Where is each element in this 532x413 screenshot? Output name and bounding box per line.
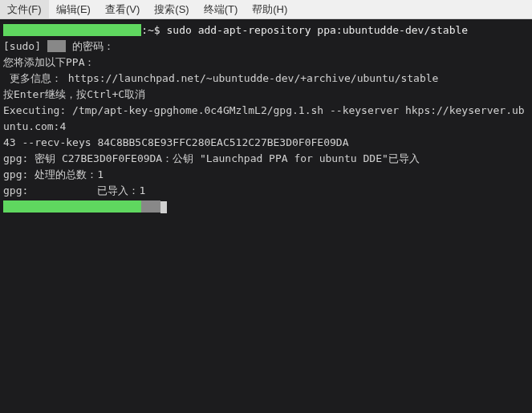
menu-label: 查看(V) xyxy=(105,2,140,17)
menu-terminal[interactable]: 终端(T) xyxy=(197,0,246,18)
terminal-command: sudo add-apt-repository ppa:ubuntudde-de… xyxy=(167,24,469,36)
terminal-line: 您将添加以下PPA： xyxy=(3,55,529,71)
terminal-line: xxxxxxxxxxxxxxxxxxxxxxxxx xyxy=(3,199,529,215)
menu-label: 帮助(H) xyxy=(252,2,287,17)
menu-file[interactable]: 文件(F) xyxy=(0,0,49,18)
menu-label: 终端(T) xyxy=(204,2,238,17)
menu-view[interactable]: 查看(V) xyxy=(98,0,147,18)
menu-label: 编辑(E) xyxy=(56,2,91,17)
terminal-line: 按Enter继续，按Ctrl+C取消 xyxy=(3,87,529,103)
terminal-line: xxxxxxxxxxxxxxxxxxxxxx:~$ sudo add-apt-r… xyxy=(3,22,529,38)
menu-search[interactable]: 搜索(S) xyxy=(147,0,196,18)
menu-label: 文件(F) xyxy=(7,2,42,17)
menubar: 文件(F) 编辑(E) 查看(V) 搜索(S) 终端(T) 帮助(H) xyxy=(0,0,532,19)
terminal-line: [sudo] xxx 的密码： xyxy=(3,38,529,55)
prompt-user-host: xxxxxxxxxxxxxxxxxxxxxx xyxy=(3,24,141,36)
prompt-path: xxx xyxy=(141,200,160,213)
menu-help[interactable]: 帮助(H) xyxy=(245,0,294,18)
sudo-prefix: [sudo] xyxy=(3,40,47,52)
terminal-cursor xyxy=(160,201,167,213)
terminal-line: gpg: 已导入：1 xyxy=(3,183,529,199)
prompt-user-host: xxxxxxxxxxxxxxxxxxxxxx xyxy=(3,200,141,213)
terminal-area[interactable]: xxxxxxxxxxxxxxxxxxxxxx:~$ sudo add-apt-r… xyxy=(0,19,532,413)
sudo-suffix: 的密码： xyxy=(66,40,114,52)
terminal-line: Executing: /tmp/apt-key-gpghome.0c4GMzlm… xyxy=(3,103,529,135)
menu-edit[interactable]: 编辑(E) xyxy=(49,0,98,18)
terminal-line: 43 --recv-keys 84C8BB5C8E93FFC280EAC512C… xyxy=(3,135,529,151)
terminal-line: 更多信息： https://launchpad.net/~ubuntudde-d… xyxy=(3,71,529,87)
sudo-user-redacted: xxx xyxy=(47,40,66,52)
terminal-line: gpg: 处理的总数：1 xyxy=(3,167,529,183)
prompt-suffix: :~$ xyxy=(141,24,166,36)
terminal-line: gpg: 密钥 C27BE3D0F0FE09DA：公钥 "Launchpad P… xyxy=(3,151,529,167)
menu-label: 搜索(S) xyxy=(154,2,189,17)
